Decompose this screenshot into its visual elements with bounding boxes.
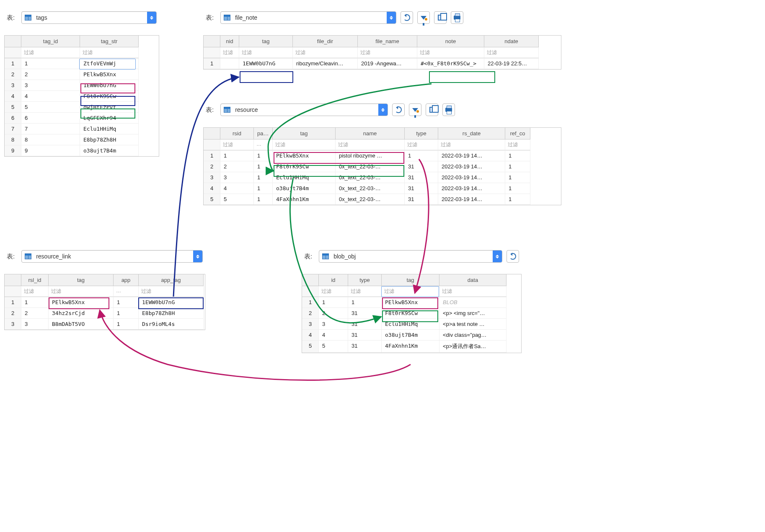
filter-cell[interactable]: 过滤 xyxy=(405,139,438,150)
filter-cell[interactable]: 过滤 xyxy=(293,47,358,58)
cell[interactable]: 2022-03-19 14… xyxy=(438,194,505,205)
refresh-button[interactable] xyxy=(507,250,519,263)
table-file-note[interactable]: nidtagfile_dirfile_namenotendate过滤过滤过滤过滤… xyxy=(203,35,561,70)
cell[interactable]: <p> <img src="… xyxy=(439,308,507,319)
cell[interactable]: 1 xyxy=(254,183,273,194)
column-header[interactable]: id xyxy=(319,274,348,286)
cell[interactable]: 2022-03-19 14… xyxy=(438,183,505,194)
cell[interactable]: F8t0rK9SCw xyxy=(382,308,439,319)
table-row[interactable]: 22PElkwB5Xnx xyxy=(5,69,159,80)
filter-cell[interactable]: 过滤 xyxy=(220,47,239,58)
cell[interactable]: 7 xyxy=(21,124,80,134)
column-header[interactable]: app_tag xyxy=(139,274,204,286)
table-row[interactable]: 77Eclu1HHiMq xyxy=(5,124,159,134)
column-header[interactable]: page xyxy=(254,128,273,139)
cell[interactable]: 0x_text_22-03-… xyxy=(336,161,405,172)
cell[interactable]: 6 xyxy=(21,113,80,124)
cell[interactable]: <div class="pag… xyxy=(439,330,507,341)
filter-cell[interactable]: 过滤 xyxy=(484,47,539,58)
cell[interactable]: 1 xyxy=(220,150,254,161)
table-row[interactable]: 11PElkwB5Xnx11EWW0bU7nG xyxy=(5,297,205,308)
table-row[interactable]: 331EWW0bU7nG xyxy=(5,80,159,91)
cell[interactable]: 31 xyxy=(405,172,438,183)
cell[interactable]: 4FaXnhn1Km xyxy=(273,194,336,205)
column-header[interactable]: rsl_id xyxy=(21,274,49,286)
print-button[interactable] xyxy=(442,103,455,116)
cell[interactable]: 1 xyxy=(405,150,438,161)
table-row[interactable]: 55owjBtFzPvt xyxy=(5,102,159,113)
table-row[interactable]: 88E8bp78Zh8H xyxy=(5,134,159,145)
cell[interactable]: owjBtFzPvt xyxy=(80,102,139,113)
copy-button[interactable] xyxy=(426,103,438,116)
cell[interactable]: 2022-03-19 14… xyxy=(438,161,505,172)
cell[interactable]: PElkwB5Xnx xyxy=(80,69,139,80)
filter-cell[interactable]: 过滤 xyxy=(439,286,507,297)
cell[interactable]: 1 xyxy=(254,194,273,205)
cell[interactable]: F8t0rK9SCw xyxy=(273,161,336,172)
table-select-tags[interactable]: tags xyxy=(21,11,157,24)
table-row[interactable]: 441o38ujt7B4m0x_text_22-03-…312022-03-19… xyxy=(204,183,561,194)
cell[interactable]: F8t0rK9SCw xyxy=(80,91,139,102)
filter-cell[interactable]: … xyxy=(114,286,139,297)
cell[interactable]: 1 xyxy=(21,58,80,69)
cell[interactable]: 1 xyxy=(505,194,530,205)
cell[interactable]: LqGFEXhr94 xyxy=(80,113,139,124)
cell[interactable]: 3 xyxy=(220,172,254,183)
cell[interactable]: o38ujt7B4m xyxy=(80,145,139,156)
cell[interactable]: 1EWW0bU7nG xyxy=(80,80,139,91)
cell[interactable]: E8bp78Zh8H xyxy=(139,308,204,319)
table-row[interactable]: 2231F8t0rK9SCw<p> <img src="… xyxy=(302,308,521,319)
cell[interactable]: 1 xyxy=(348,297,382,308)
column-header[interactable]: ndate xyxy=(484,36,539,47)
refresh-button[interactable] xyxy=(401,11,413,24)
cell[interactable]: o38ujt7B4m xyxy=(382,330,439,341)
cell[interactable]: 22-03-19 22:5… xyxy=(484,58,539,69)
cell[interactable]: PElkwB5Xnx xyxy=(273,150,336,161)
table-row[interactable]: 3331Eclu1HHiMq<p>a test note … xyxy=(302,319,521,330)
cell[interactable]: o38ujt7B4m xyxy=(273,183,336,194)
cell[interactable]: 9 xyxy=(21,145,80,156)
filter-button[interactable] xyxy=(409,103,421,116)
column-header[interactable]: type xyxy=(348,274,382,286)
cell[interactable]: pistol ribozyme … xyxy=(336,150,405,161)
filter-cell[interactable]: 过滤 xyxy=(336,139,405,150)
filter-cell[interactable]: 过滤 xyxy=(239,47,293,58)
filter-cell[interactable]: 过滤 xyxy=(21,286,49,297)
filter-cell[interactable]: 过滤 xyxy=(80,47,139,58)
refresh-button[interactable] xyxy=(392,103,405,116)
cell[interactable]: 4 xyxy=(220,183,254,194)
cell[interactable]: <p>a test note … xyxy=(439,319,507,330)
table-select-file-note[interactable]: file_note xyxy=(220,11,396,24)
cell[interactable]: Eclu1HHiMq xyxy=(80,124,139,134)
table-row[interactable]: 111PElkwB5XnxBLOB xyxy=(302,297,521,308)
filter-cell[interactable]: 过滤 xyxy=(505,139,530,150)
cell[interactable]: 0x_text_22-03-… xyxy=(336,172,405,183)
filter-cell[interactable]: 过滤 xyxy=(139,286,204,297)
cell[interactable]: 4 xyxy=(319,330,348,341)
cell[interactable]: 1 xyxy=(114,308,139,319)
cell[interactable]: BLOB xyxy=(439,297,507,308)
table-row[interactable]: 331Eclu1HHiMq0x_text_22-03-…312022-03-19… xyxy=(204,172,561,183)
cell[interactable]: 4 xyxy=(21,91,80,102)
column-header[interactable]: note xyxy=(417,36,484,47)
cell[interactable]: 1 xyxy=(505,161,530,172)
column-header[interactable]: ref_co xyxy=(505,128,530,139)
table-row[interactable]: 33B8mDAbT5VO1Dsr9ioML4s xyxy=(5,319,205,330)
cell[interactable]: 2 xyxy=(319,308,348,319)
cell[interactable]: #<0x_F8t0rK9SCw_> xyxy=(417,58,484,69)
cell[interactable]: 2 xyxy=(21,308,49,319)
filter-cell[interactable]: … xyxy=(254,139,273,150)
cell[interactable]: 2 xyxy=(21,69,80,80)
cell[interactable]: 4FaXnhn1Km xyxy=(382,341,439,353)
cell[interactable]: 5 xyxy=(319,341,348,353)
cell[interactable]: 31 xyxy=(405,161,438,172)
cell[interactable]: 2019 -Angewa… xyxy=(358,58,417,69)
table-row[interactable]: 44F8t0rK9SCw xyxy=(5,91,159,102)
cell[interactable]: 31 xyxy=(348,330,382,341)
cell[interactable]: 1 xyxy=(254,161,273,172)
cell[interactable]: 2022-03-19 14… xyxy=(438,172,505,183)
table-row[interactable]: 55314FaXnhn1Km<p>通讯作者Sa… xyxy=(302,341,521,353)
column-header[interactable]: tag_id xyxy=(21,36,80,47)
table-row[interactable]: 99o38ujt7B4m xyxy=(5,145,159,156)
cell[interactable]: <p>通讯作者Sa… xyxy=(439,341,507,353)
